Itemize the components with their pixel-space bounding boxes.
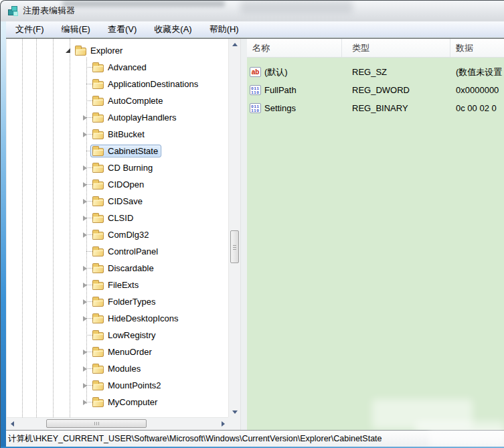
tree-item-foldertypes[interactable]: FolderTypes bbox=[7, 293, 228, 310]
registry-value-row[interactable]: 011110SettingsREG_BINARY0c 00 02 0 bbox=[247, 99, 504, 117]
value-name-cell: ab(默认) bbox=[247, 66, 342, 78]
scroll-left-button[interactable] bbox=[7, 418, 17, 429]
menu-file[interactable]: 文件(F) bbox=[13, 22, 47, 37]
tree-item-advanced[interactable]: Advanced bbox=[7, 59, 228, 76]
scroll-down-button[interactable] bbox=[229, 406, 241, 417]
tree-item-body[interactable]: BitBucket bbox=[90, 128, 148, 141]
tree-item-body[interactable]: CabinetState bbox=[90, 145, 161, 157]
collapse-arrow-icon[interactable] bbox=[81, 164, 89, 172]
menu-view[interactable]: 查看(V) bbox=[105, 22, 139, 37]
tree-item-discardable[interactable]: Discardable bbox=[7, 260, 228, 277]
tree-items: ExplorerAdvancedApplicationDestinationsA… bbox=[7, 42, 228, 410]
collapse-arrow-icon[interactable] bbox=[81, 298, 89, 306]
collapsed-triangle bbox=[83, 283, 87, 288]
tree-item-body[interactable]: MyComputer bbox=[90, 396, 161, 408]
menu-help[interactable]: 帮助(H) bbox=[207, 22, 242, 37]
collapse-arrow-icon[interactable] bbox=[81, 265, 89, 273]
tree-item-fileexts[interactable]: FileExts bbox=[7, 277, 228, 293]
tree-item-menuorder[interactable]: MenuOrder bbox=[7, 344, 228, 360]
no-arrow-spacer bbox=[81, 331, 89, 340]
registry-value-row[interactable]: ab(默认)REG_SZ(数值未设置 bbox=[247, 63, 504, 81]
collapse-arrow-icon[interactable] bbox=[81, 398, 89, 406]
tree-item-body[interactable]: AutoComplete bbox=[90, 94, 166, 107]
collapse-arrow-icon[interactable] bbox=[81, 114, 89, 122]
collapse-arrow-icon[interactable] bbox=[81, 382, 89, 390]
tree-item-body[interactable]: CIDSave bbox=[90, 195, 146, 208]
scroll-up-button[interactable] bbox=[229, 39, 241, 50]
registry-value-row[interactable]: 011110FullPathREG_DWORD0x0000000 bbox=[247, 81, 504, 99]
panel-splitter[interactable] bbox=[240, 39, 247, 430]
tree-item-body[interactable]: FileExts bbox=[90, 279, 142, 291]
collapse-arrow-icon[interactable] bbox=[81, 315, 89, 323]
folder-icon bbox=[92, 165, 104, 173]
tree-item-cd-burning[interactable]: CD Burning bbox=[7, 159, 228, 176]
column-header-type[interactable]: 类型 bbox=[342, 39, 450, 57]
tree-item-body[interactable]: LowRegistry bbox=[90, 329, 159, 342]
tree-item-body[interactable]: ApplicationDestinations bbox=[90, 78, 201, 90]
expand-arrow-icon[interactable] bbox=[64, 47, 72, 55]
list-header: 名称 类型 数据 bbox=[247, 39, 504, 58]
title-bar[interactable]: 注册表编辑器 bbox=[1, 1, 504, 21]
tree-item-cidopen[interactable]: CIDOpen bbox=[7, 176, 228, 193]
tree-item-body[interactable]: Discardable bbox=[90, 262, 157, 275]
tree-item-body[interactable]: CLSID bbox=[90, 212, 137, 224]
tree-item-label: Explorer bbox=[90, 46, 122, 56]
binary-value-icon: 011110 bbox=[250, 85, 261, 95]
tree-item-label: Advanced bbox=[108, 62, 147, 72]
horizontal-scrollbar-thumb[interactable] bbox=[46, 419, 147, 428]
collapse-arrow-icon[interactable] bbox=[81, 365, 89, 373]
tree-item-body[interactable]: HideDesktopIcons bbox=[90, 312, 182, 325]
collapse-arrow-icon[interactable] bbox=[81, 214, 89, 222]
tree-item-bitbucket[interactable]: BitBucket bbox=[7, 126, 228, 143]
tree-item-clsid[interactable]: CLSID bbox=[7, 210, 228, 226]
tree-item-body[interactable]: Advanced bbox=[90, 61, 150, 74]
collapsed-triangle bbox=[83, 366, 87, 372]
tree-item-comdlg32[interactable]: ComDlg32 bbox=[7, 226, 228, 243]
tree-item-body[interactable]: CIDOpen bbox=[90, 178, 147, 191]
string-value-icon: ab bbox=[250, 67, 261, 77]
tree-item-body[interactable]: MenuOrder bbox=[90, 346, 155, 358]
folder-icon bbox=[92, 366, 104, 374]
tree-item-body[interactable]: Explorer bbox=[73, 44, 126, 57]
tree-item-body[interactable]: ComDlg32 bbox=[90, 228, 152, 241]
tree-item-body[interactable]: CD Burning bbox=[90, 161, 156, 174]
collapse-arrow-icon[interactable] bbox=[81, 198, 89, 206]
tree-item-body[interactable]: AutoplayHandlers bbox=[90, 111, 180, 124]
tree-item-mycomputer[interactable]: MyComputer bbox=[7, 394, 228, 410]
tree-vertical-scrollbar[interactable] bbox=[228, 39, 240, 417]
vertical-scrollbar-thumb[interactable] bbox=[230, 230, 239, 263]
tree-item-autocomplete[interactable]: AutoComplete bbox=[7, 92, 228, 109]
tree-item-hidedesktopicons[interactable]: HideDesktopIcons bbox=[7, 310, 228, 327]
tree-item-mountpoints2[interactable]: MountPoints2 bbox=[7, 377, 228, 394]
tree-item-label: ApplicationDestinations bbox=[108, 79, 198, 89]
menu-favorites[interactable]: 收藏夹(A) bbox=[151, 22, 194, 37]
folder-icon bbox=[92, 399, 104, 407]
scroll-right-button[interactable] bbox=[218, 418, 228, 429]
collapse-arrow-icon[interactable] bbox=[81, 281, 89, 289]
tree-item-modules[interactable]: Modules bbox=[7, 360, 228, 377]
tree-item-lowregistry[interactable]: LowRegistry bbox=[7, 327, 228, 344]
tree-horizontal-scrollbar[interactable] bbox=[7, 417, 228, 429]
collapsed-triangle bbox=[83, 132, 87, 137]
collapse-arrow-icon[interactable] bbox=[81, 131, 89, 139]
column-header-data[interactable]: 数据 bbox=[450, 39, 504, 57]
value-name: Settings bbox=[264, 103, 296, 113]
menu-edit[interactable]: 编辑(E) bbox=[59, 22, 93, 37]
tree-item-label: AutoComplete bbox=[108, 96, 163, 106]
tree-item-cabinetstate[interactable]: CabinetState bbox=[7, 143, 228, 159]
tree-item-body[interactable]: FolderTypes bbox=[90, 295, 159, 308]
tree-item-explorer[interactable]: Explorer bbox=[7, 42, 228, 59]
window-title: 注册表编辑器 bbox=[23, 1, 75, 21]
tree-item-body[interactable]: Modules bbox=[90, 362, 144, 375]
column-header-name[interactable]: 名称 bbox=[247, 39, 342, 57]
tree-item-body[interactable]: ControlPanel bbox=[90, 245, 161, 258]
collapse-arrow-icon[interactable] bbox=[81, 231, 89, 239]
collapse-arrow-icon[interactable] bbox=[81, 348, 89, 356]
tree-item-applicationdestinations[interactable]: ApplicationDestinations bbox=[7, 76, 228, 92]
tree-item-controlpanel[interactable]: ControlPanel bbox=[7, 243, 228, 260]
tree-item-cidsave[interactable]: CIDSave bbox=[7, 193, 228, 210]
collapse-arrow-icon[interactable] bbox=[81, 181, 89, 189]
tree-item-body[interactable]: MountPoints2 bbox=[90, 379, 165, 392]
tree-item-label: FolderTypes bbox=[108, 297, 156, 307]
tree-item-autoplayhandlers[interactable]: AutoplayHandlers bbox=[7, 109, 228, 126]
